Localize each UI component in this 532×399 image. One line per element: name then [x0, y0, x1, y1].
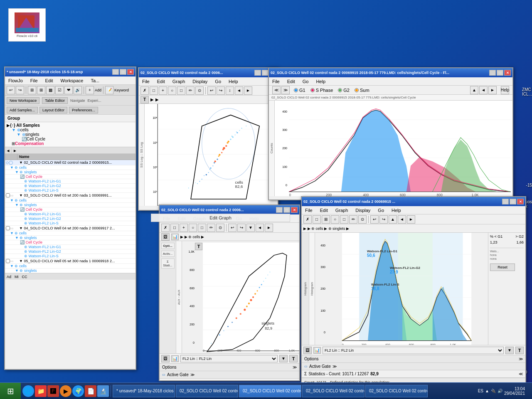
scatter2-tb-undo[interactable]: ↩: [228, 224, 236, 232]
menu-workspace[interactable]: Workspace: [59, 78, 85, 83]
sample-3-g1[interactable]: ⊛ Watson-FL2 Lin-G1: [5, 245, 135, 249]
radio-g2[interactable]: G2: [338, 88, 350, 93]
histogram-min[interactable]: _: [489, 70, 496, 76]
cc-icon-btn-2[interactable]: 📊: [313, 347, 321, 354]
sample-4-cells[interactable]: ▼ ⊛ cells: [5, 264, 135, 268]
cc-tb-pen[interactable]: ✏: [349, 215, 357, 224]
sample-3-checkbox[interactable]: [6, 226, 10, 230]
scatter1-menu-go[interactable]: Go: [213, 79, 223, 84]
histogram-menu-help[interactable]: Help: [314, 79, 327, 84]
sample-2-g2[interactable]: ⊛ Watson-FL2 Lin-G2: [5, 217, 135, 221]
scatter2-stats-btn[interactable]: Σ Stati...: [161, 259, 175, 268]
sample-3-s[interactable]: ⊛ Watson-FL2 Lin-S: [5, 254, 135, 259]
sample-2-cells[interactable]: ▼ ⊛ cells: [5, 198, 135, 203]
scatter1-tb-right[interactable]: ►: [244, 86, 252, 95]
scatter1-plot[interactable]: cells 82,6: [157, 104, 278, 206]
scatter1-tb-plus[interactable]: +: [159, 86, 167, 95]
scatter2-max[interactable]: □: [283, 207, 290, 213]
cc-menu-graph[interactable]: Graph: [334, 208, 350, 213]
cc-tb-plus[interactable]: ⊞: [322, 215, 330, 224]
scroll-left-btn[interactable]: ◄: [5, 147, 12, 154]
toolbar-b3[interactable]: ▦: [46, 86, 54, 94]
cc-tb-undo[interactable]: ↩: [370, 215, 379, 224]
cc-tb-cross[interactable]: ✗: [303, 215, 312, 224]
toolbar-b4[interactable]: ☑: [55, 86, 64, 94]
scatter2-active-gate-header[interactable]: ▭ Active Gate ≫: [160, 371, 299, 379]
cc-t-btn[interactable]: T: [515, 347, 524, 354]
main-window-titlebar[interactable]: * unsaved* 18-May-2018 ciclos 15-5-18.ws…: [5, 67, 135, 76]
scatter1-min[interactable]: _: [254, 70, 261, 76]
taskbar-scatter1[interactable]: 02_SOLO CICLO Well 02 contro...: [176, 385, 238, 397]
scatter2-tb-pen[interactable]: ✏: [207, 224, 215, 232]
edit-graph-banner[interactable]: Edit Graph: [151, 214, 290, 222]
scatter2-t-btn-bottom[interactable]: T: [289, 355, 298, 362]
histogram-nav-back[interactable]: ≪: [272, 86, 281, 94]
scatter1-tb-circle[interactable]: ○: [168, 86, 176, 95]
histogram-menu-file[interactable]: File: [271, 79, 281, 84]
radio-g1[interactable]: G1: [294, 88, 305, 93]
scatter1-menu-help[interactable]: Help: [227, 79, 240, 84]
cc-menu-display[interactable]: Display: [354, 208, 372, 213]
ps-icon[interactable]: 🅿: [47, 385, 59, 397]
scatter2-tb-down[interactable]: ▼: [246, 224, 255, 232]
pdf-icon[interactable]: 📄: [85, 385, 96, 397]
scatter2-tb-plus[interactable]: +: [180, 224, 188, 232]
scatter1-tb-target[interactable]: ⊙: [195, 86, 204, 95]
scroll-right-btn[interactable]: ►: [12, 147, 18, 154]
taskbar-histogram[interactable]: 02_SOLO CICLO Well 02 control n...: [239, 385, 301, 397]
toolbar-b6[interactable]: 🔊: [74, 86, 82, 94]
menu-file[interactable]: File: [29, 78, 39, 83]
histogram-plot[interactable]: 0 200 400 600 800 1,0K: [287, 101, 512, 196]
play-icon[interactable]: ▶: [60, 385, 71, 397]
histogram-close[interactable]: ✕: [504, 70, 511, 76]
sample-2-g1[interactable]: ⊛ Watson-FL2 Lin-G1: [5, 212, 135, 217]
scatter1-tb-sq[interactable]: □: [177, 86, 185, 95]
close-button[interactable]: ✕: [127, 69, 134, 75]
layout-editor-btn[interactable]: Layout Editor: [39, 107, 67, 113]
cc-tb-target[interactable]: ⊙: [358, 215, 367, 224]
folder-icon[interactable]: 📁: [35, 385, 47, 397]
cc-close[interactable]: ✕: [517, 199, 524, 204]
sample-1-s[interactable]: ⊛ Watson-FL2 Lin-S: [5, 188, 135, 193]
sample-2-singlets[interactable]: ▼ ⊛ singlets: [5, 203, 135, 207]
scatter1-tb-cross[interactable]: ✗: [140, 86, 149, 95]
new-workspace-btn[interactable]: New Workspace: [7, 97, 39, 104]
toolbar-redo[interactable]: ↪: [16, 86, 24, 94]
cellcycle-item[interactable]: 🔄 Cell Cycle: [7, 137, 134, 141]
scatter2-tb-sq[interactable]: □: [198, 224, 206, 232]
scatter2-tb-redo[interactable]: ↪: [237, 224, 246, 232]
cc-titlebar[interactable]: 02_SOLO CICLO Well 02 control nada 2 000…: [302, 197, 525, 206]
histogram-titlebar[interactable]: 02_SOLO CICLO Well 02 control nada 2 000…: [269, 68, 512, 77]
cc-menu-edit[interactable]: Edit: [318, 208, 330, 213]
menu-edit[interactable]: Edit: [44, 78, 55, 83]
scatter2-icon-btn-4[interactable]: 📊: [171, 355, 179, 362]
sample-row-4[interactable]: ○○ ▼ 05_SOLO CICLO Well 05 wt 300 nada 1…: [5, 259, 135, 264]
sample-4-singlets[interactable]: ▼ ⊛ singlets: [5, 268, 135, 273]
cc-tb-circle[interactable]: ○: [331, 215, 339, 224]
scatter1-tb-rect[interactable]: □: [150, 86, 158, 95]
scatter2-active-btn[interactable]: Activ...: [161, 251, 175, 257]
all-samples-item[interactable]: ▶ {↑} All Samples: [7, 123, 134, 128]
cc-min[interactable]: _: [502, 199, 509, 204]
sample-1-cc[interactable]: 🔄 Cell Cycle: [5, 175, 135, 179]
cc-tb-up[interactable]: ▲: [389, 215, 397, 224]
scatter2-tb-left[interactable]: ◄: [256, 224, 264, 232]
sample-2-s[interactable]: ⊛ Watson-FL2 Lin-S: [5, 221, 135, 226]
cc-stats-header[interactable]: Σ Statistics - Count: 10171 / 12267 82,9…: [302, 370, 525, 378]
cc-reset-button[interactable]: Reset: [490, 264, 515, 271]
cc-options-header[interactable]: Options ≫: [302, 355, 525, 363]
cells-item[interactable]: ▼ ⊛ cells: [7, 128, 134, 132]
cc-tb-rect[interactable]: □: [313, 215, 321, 224]
radio-sum[interactable]: Sum: [355, 88, 369, 93]
taskbar-cellcycle[interactable]: 02_SOLO CICLO Well 02 control n...: [365, 385, 428, 397]
scatter1-menu-edit[interactable]: Edit: [155, 79, 167, 84]
sample-4-checkbox[interactable]: [6, 259, 10, 263]
flowjo-taskbar-icon[interactable]: 🔬: [97, 385, 109, 397]
radio-sphase[interactable]: S Phase: [310, 88, 333, 93]
toolbar-keyword[interactable]: 📝: [105, 86, 113, 94]
toolbar-add[interactable]: +: [86, 86, 94, 94]
sample-2-checkbox[interactable]: [6, 193, 10, 197]
flowjo-app-icon[interactable]: FlowJo v10 cli: [8, 8, 46, 42]
sample-3-singlets[interactable]: ▼ ⊛ singlets: [5, 236, 135, 240]
toolbar-b5[interactable]: ❤: [64, 86, 73, 94]
